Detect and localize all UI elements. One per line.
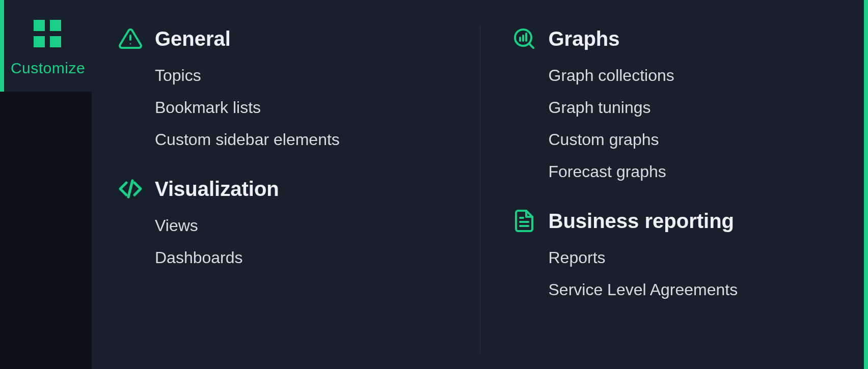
menu-group-visualization: Visualization Views Dashboards	[117, 176, 465, 267]
menu-group-general: General Topics Bookmark lists Custom sid…	[117, 25, 465, 149]
menu-item-forecast-graphs[interactable]: Forecast graphs	[549, 162, 858, 181]
menu-item-bookmark-lists[interactable]: Bookmark lists	[155, 98, 465, 117]
menu-item-dashboards[interactable]: Dashboards	[155, 248, 465, 267]
menu-item-views[interactable]: Views	[155, 216, 465, 235]
svg-line-4	[529, 43, 533, 48]
sidebar-customize-tab[interactable]: Customize	[0, 0, 92, 92]
sidebar-customize-label: Customize	[11, 60, 85, 77]
menu-item-service-level-agreements[interactable]: Service Level Agreements	[549, 280, 858, 299]
menu-group-title: General	[155, 27, 231, 50]
menu-group-title: Visualization	[155, 178, 279, 201]
menu-item-list-visualization: Views Dashboards	[117, 216, 465, 267]
menu-group-business-reporting: Business reporting Reports Service Level…	[511, 208, 858, 299]
menu-item-graph-collections[interactable]: Graph collections	[549, 66, 858, 85]
menu-group-title: Graphs	[549, 27, 620, 50]
menu-item-custom-sidebar-elements[interactable]: Custom sidebar elements	[155, 130, 465, 149]
code-icon	[117, 176, 144, 202]
menu-group-graphs: Graphs Graph collections Graph tunings C…	[511, 25, 858, 181]
menu-item-list-graphs: Graph collections Graph tunings Custom g…	[511, 66, 858, 181]
menu-group-title: Business reporting	[549, 210, 735, 233]
menu-item-list-business-reporting: Reports Service Level Agreements	[511, 248, 858, 299]
app-root: Customize General Topics Book	[0, 0, 868, 369]
menu-column-left: General Topics Bookmark lists Custom sid…	[117, 25, 480, 354]
chart-magnifier-icon	[511, 25, 537, 52]
menu-item-reports[interactable]: Reports	[549, 248, 858, 267]
menu-group-header-graphs: Graphs	[511, 25, 858, 52]
svg-line-2	[128, 181, 132, 197]
menu-item-list-general: Topics Bookmark lists Custom sidebar ele…	[117, 66, 465, 149]
menu-item-graph-tunings[interactable]: Graph tunings	[549, 98, 858, 117]
customize-mega-menu: General Topics Bookmark lists Custom sid…	[92, 0, 868, 369]
apps-grid-icon	[34, 20, 62, 48]
menu-group-header-business-reporting: Business reporting	[511, 208, 858, 234]
menu-item-topics[interactable]: Topics	[155, 66, 465, 85]
report-document-icon	[511, 208, 537, 234]
menu-group-header-visualization: Visualization	[117, 176, 465, 202]
menu-group-header-general: General	[117, 25, 465, 52]
warning-triangle-icon	[117, 25, 144, 52]
menu-item-custom-graphs[interactable]: Custom graphs	[549, 130, 858, 149]
menu-column-right: Graphs Graph collections Graph tunings C…	[480, 25, 858, 354]
svg-point-1	[130, 43, 131, 44]
